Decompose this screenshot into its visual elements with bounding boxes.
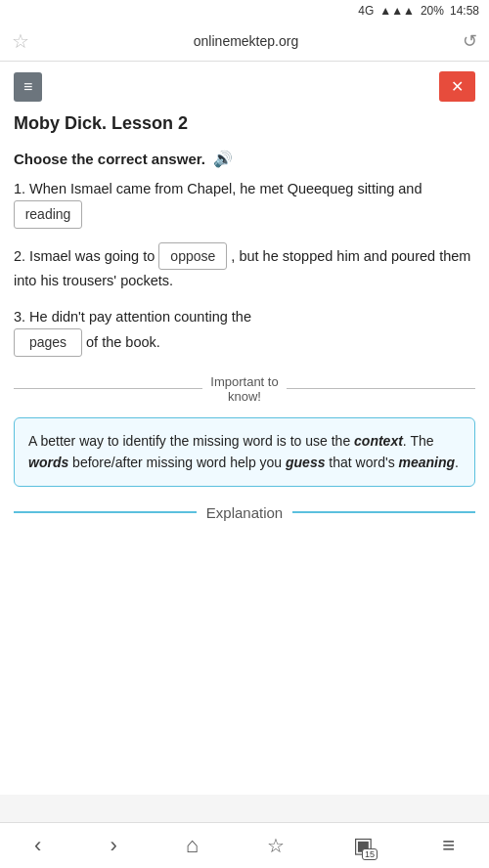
question-2-before: 2. Ismael was going to: [14, 248, 158, 264]
divider-line-right: [287, 388, 475, 389]
info-context: context: [354, 433, 403, 449]
page-title: Moby Dick. Lesson 2: [14, 113, 475, 134]
instruction: Choose the correct answer. 🔊: [14, 150, 475, 168]
tab-count: 15: [362, 848, 378, 860]
time-display: 14:58: [450, 4, 479, 18]
answer-2-box[interactable]: oppose: [158, 242, 227, 270]
info-text-3: before/after missing word help you: [68, 455, 286, 470]
favorite-icon[interactable]: ☆: [12, 29, 29, 53]
status-bar: 4G ▲▲▲ 20% 14:58: [0, 0, 489, 22]
content-area: ≡ ✕ Moby Dick. Lesson 2 Choose the corre…: [0, 62, 489, 795]
bookmark-button[interactable]: ☆: [267, 834, 285, 857]
answer-1-box[interactable]: reading: [14, 200, 82, 228]
home-button[interactable]: ⌂: [186, 833, 199, 858]
explanation-line-right: [292, 511, 475, 513]
explanation-label: Explanation: [206, 504, 283, 521]
question-1: 1. When Ismael came from Chapel, he met …: [14, 178, 475, 229]
info-text-4: that word's: [325, 455, 398, 470]
menu-button[interactable]: ≡: [14, 72, 42, 102]
explanation-divider: Explanation: [14, 504, 475, 521]
top-toolbar: ≡ ✕: [14, 71, 475, 102]
url-bar[interactable]: onlinemektep.org: [39, 33, 453, 49]
explanation-line-left: [14, 511, 197, 513]
bottom-nav: ‹ › ⌂ ☆ ▣ 15 ≡: [0, 822, 489, 868]
info-guess: guess: [286, 455, 325, 470]
info-text-2: . The: [403, 433, 434, 449]
audio-icon[interactable]: 🔊: [213, 150, 233, 168]
reload-icon[interactable]: ↺: [463, 30, 477, 52]
question-3: 3. He didn't pay attention counting the …: [14, 306, 475, 357]
question-3-before: 3. He didn't pay attention counting the: [14, 309, 251, 325]
battery-level: 20%: [421, 4, 444, 18]
signal-bars: ▲▲▲: [379, 4, 415, 18]
answer-3-box[interactable]: pages: [14, 328, 82, 356]
question-2: 2. Ismael was going to oppose , but he s…: [14, 242, 475, 293]
important-divider: Important toknow!: [14, 374, 475, 404]
question-3-after: of the book.: [86, 334, 160, 350]
info-meaning: meaning: [399, 455, 456, 470]
browser-bar: ☆ onlinemektep.org ↺: [0, 22, 489, 62]
question-1-before: 1. When Ismael came from Chapel, he met …: [14, 181, 422, 196]
info-text-1: A better way to identify the missing wor…: [28, 433, 354, 449]
forward-button[interactable]: ›: [110, 833, 116, 858]
info-text-5: .: [455, 455, 459, 470]
close-button[interactable]: ✕: [439, 71, 475, 102]
back-button[interactable]: ‹: [34, 833, 41, 858]
nav-menu-button[interactable]: ≡: [442, 833, 455, 858]
divider-line-left: [14, 388, 202, 389]
important-text: Important toknow!: [210, 374, 278, 404]
tabs-button[interactable]: ▣ 15: [353, 833, 374, 858]
info-box: A better way to identify the missing wor…: [14, 417, 475, 487]
instruction-text: Choose the correct answer.: [14, 151, 205, 167]
network-icon: 4G: [358, 4, 374, 18]
info-words: words: [28, 455, 68, 470]
